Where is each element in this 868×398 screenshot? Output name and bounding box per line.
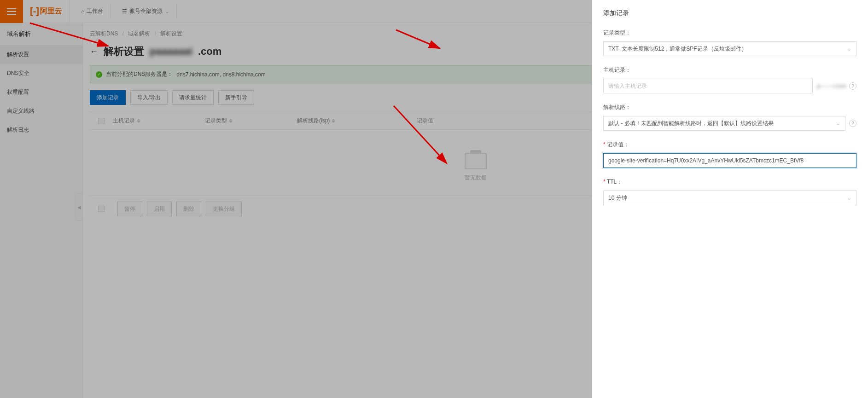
chevron-down-icon: ⌄ <box>847 46 851 52</box>
field-value: 记录值： <box>603 141 856 168</box>
host-suffix: .p-------i.com <box>816 83 846 89</box>
chevron-down-icon: ⌄ <box>847 195 851 201</box>
field-host: 主机记录： .p-------i.com ? <box>603 66 856 93</box>
add-record-drawer: 添加记录 记录类型： TXT- 文本长度限制512，通常做SPF记录（反垃圾邮件… <box>592 0 868 398</box>
field-record-type: 记录类型： TXT- 文本长度限制512，通常做SPF记录（反垃圾邮件） ⌄ <box>603 29 856 56</box>
field-line: 解析线路： 默认 - 必填！未匹配到智能解析线路时，返回【默认】线路设置结果 ⌄… <box>603 104 856 131</box>
label-ttl: TTL： <box>603 178 856 186</box>
field-ttl: TTL： 10 分钟 ⌄ <box>603 178 856 205</box>
drawer-title: 添加记录 <box>603 9 856 17</box>
label-line: 解析线路： <box>603 104 856 111</box>
help-icon[interactable]: ? <box>849 120 856 127</box>
select-ttl[interactable]: 10 分钟 ⌄ <box>603 190 856 205</box>
label-record-type: 记录类型： <box>603 29 856 37</box>
select-line[interactable]: 默认 - 必填！未匹配到智能解析线路时，返回【默认】线路设置结果 ⌄ <box>603 116 845 131</box>
input-value[interactable] <box>603 153 856 168</box>
chevron-down-icon: ⌄ <box>836 120 840 127</box>
help-icon[interactable]: ? <box>849 82 856 90</box>
label-value: 记录值： <box>603 141 856 149</box>
select-record-type[interactable]: TXT- 文本长度限制512，通常做SPF记录（反垃圾邮件） ⌄ <box>603 41 856 56</box>
input-host[interactable] <box>603 79 813 93</box>
label-host: 主机记录： <box>603 66 856 74</box>
